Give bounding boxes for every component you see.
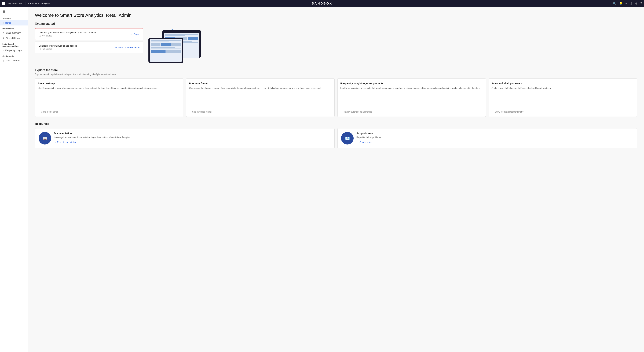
getting-started-card-1: Configure PowerBI workspace access Not s…	[35, 41, 143, 53]
getting-started-title: Getting started	[35, 22, 637, 25]
sales-shelf-card-desc: Analyze how shelf placement affects sale…	[492, 86, 634, 108]
explore-card-heatmap: Store heatmap Identify areas in the stor…	[35, 78, 183, 117]
screen-block	[151, 50, 181, 53]
begin-label: Begin	[134, 33, 139, 35]
block-item	[188, 37, 198, 40]
documentation-title: Documentation	[54, 132, 331, 135]
sidebar: ☰ Analytics ⌂ Home Performance ↗ Chain s…	[0, 7, 28, 352]
sidebar-item-home[interactable]: ⌂ Home	[0, 20, 28, 25]
arrow-right-icon: →	[130, 33, 132, 36]
chain-summary-icon: ↗	[2, 31, 4, 34]
screen-line	[165, 35, 185, 36]
send-report-link[interactable]: → Send a report	[356, 141, 633, 143]
resources-section-title: Resources	[35, 122, 637, 125]
tablet-illustration: ✦	[148, 28, 201, 63]
support-info: Support center Report technical problems…	[356, 132, 633, 143]
funnel-card-desc: Understand the shopper's journey from st…	[189, 86, 332, 108]
sales-shelf-card-link[interactable]: → Show product placement matrix	[492, 111, 634, 113]
getting-started-image: ✦	[147, 28, 202, 63]
documentation-info: Documentation How-to guides and user doc…	[54, 132, 331, 143]
arrow-icon: →	[492, 111, 494, 113]
topbar-right-icons: 🔍 💡 + ⚗ ⚙ ?	[613, 2, 642, 5]
sales-shelf-card-title: Sales and shelf placement	[492, 82, 634, 85]
documentation-icon: 📖	[38, 132, 51, 144]
arrow-icon: →	[189, 111, 191, 113]
sidebar-section-configuration: Configuration	[0, 53, 28, 58]
screen-line	[165, 34, 198, 35]
send-report-label: Send a report	[360, 141, 372, 143]
store-drilldown-icon: ⊞	[2, 37, 4, 40]
separator: |	[25, 2, 26, 5]
read-documentation-link[interactable]: → Read documentation	[54, 141, 331, 143]
heatmap-card-desc: Identify areas in the store where custom…	[38, 86, 180, 108]
frequently-card-title: Frequently bought together products	[340, 82, 483, 85]
sidebar-item-label: Chain summary	[6, 32, 20, 34]
resource-card-support: 📧 Support center Report technical proble…	[337, 128, 637, 148]
frequently-card-link[interactable]: → Review purchase relationships	[340, 111, 483, 113]
card-status-0: Not started	[39, 34, 127, 37]
block-item	[151, 50, 166, 53]
data-connection-icon: ⊙	[2, 59, 4, 62]
go-to-docs-label: Go to documentation	[118, 46, 140, 49]
page-title: Welcome to Smart Store Analytics, Retail…	[35, 12, 637, 18]
funnel-card-link[interactable]: → See purchase funnel	[189, 111, 332, 113]
svg-text:📧: 📧	[345, 136, 350, 141]
arrow-icon: →	[356, 141, 358, 143]
block-item	[151, 43, 160, 46]
sparkle-icon: ✦	[171, 28, 174, 31]
heatmap-card-title: Store heatmap	[38, 82, 180, 85]
explore-card-frequently-bought: Frequently bought together products Iden…	[337, 78, 486, 117]
status-circle-0	[39, 35, 41, 37]
card-title-1: Configure PowerBI workspace access	[38, 44, 112, 47]
sidebar-item-frequently-bought[interactable]: ○ Frequently bought t...	[0, 48, 28, 53]
explore-section-title: Explore the store	[35, 69, 637, 72]
support-desc: Report technical problems.	[356, 136, 633, 139]
frequently-card-desc: Identify combinations of products that a…	[340, 86, 483, 108]
waffle-menu[interactable]	[2, 2, 5, 5]
tablet-front-screen	[150, 39, 182, 62]
read-docs-label: Read documentation	[57, 141, 76, 143]
settings-icon[interactable]: ⚙	[635, 2, 638, 5]
block-item	[166, 50, 181, 53]
app-body: ☰ Analytics ⌂ Home Performance ↗ Chain s…	[0, 7, 644, 352]
search-icon[interactable]: 🔍	[613, 2, 616, 5]
sidebar-section-performance: Performance	[0, 25, 28, 30]
frequently-bought-icon: ○	[2, 49, 4, 52]
funnel-link-label: See purchase funnel	[192, 111, 212, 113]
heatmap-link-label: Go to the heatmap	[41, 111, 58, 113]
support-title: Support center	[356, 132, 633, 135]
explore-card-funnel: Purchase funnel Understand the shopper's…	[186, 78, 334, 117]
sidebar-item-chain-summary[interactable]: ↗ Chain summary	[0, 30, 28, 36]
go-to-documentation-button[interactable]: → Go to documentation	[115, 46, 140, 49]
add-icon[interactable]: +	[626, 2, 627, 5]
frequently-link-label: Review purchase relationships	[344, 111, 372, 113]
sidebar-section-analytics: Analytics	[0, 15, 28, 20]
arrow-icon: →	[340, 111, 342, 113]
sidebar-item-label: Frequently bought t...	[5, 49, 25, 52]
question-icon[interactable]: ?	[640, 2, 642, 5]
sidebar-item-label: Data connection	[6, 59, 21, 62]
resources-cards-grid: 📖 Documentation How-to guides and user d…	[35, 128, 637, 148]
card-info-1: Configure PowerBI workspace access Not s…	[38, 44, 112, 50]
getting-started-wrapper: Connect your Smart Store Analytics to yo…	[35, 28, 637, 63]
screen-line	[151, 48, 181, 49]
card-info-0: Connect your Smart Store Analytics to yo…	[39, 31, 127, 37]
sidebar-item-store-drilldown[interactable]: ⊞ Store drilldown	[0, 36, 28, 41]
screen-line	[151, 40, 181, 41]
getting-started-card-0: Connect your Smart Store Analytics to yo…	[35, 28, 143, 40]
heatmap-card-link[interactable]: → Go to the heatmap	[38, 111, 180, 113]
hamburger-menu[interactable]: ☰	[0, 9, 28, 15]
resource-card-documentation: 📖 Documentation How-to guides and user d…	[35, 128, 334, 148]
filter-icon[interactable]: ⚗	[630, 2, 632, 5]
app-name[interactable]: Dynamics 365	[8, 2, 22, 5]
sidebar-item-data-connection[interactable]: ⊙ Data connection	[0, 58, 28, 63]
sidebar-item-label: Home	[5, 22, 11, 24]
help-icon[interactable]: 💡	[619, 2, 623, 5]
status-text-1: Not started	[42, 48, 52, 50]
begin-button[interactable]: → Begin	[130, 33, 139, 36]
card-status-1: Not started	[38, 48, 112, 50]
main-content: Welcome to Smart Store Analytics, Retail…	[28, 7, 644, 352]
tablet-front	[148, 38, 183, 63]
arrow-right-icon-1: →	[115, 46, 117, 49]
sales-shelf-link-label: Show product placement matrix	[495, 111, 524, 113]
